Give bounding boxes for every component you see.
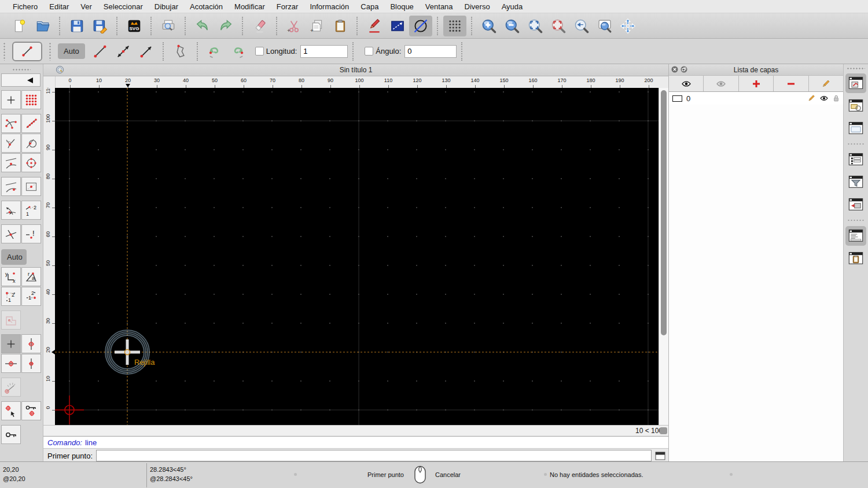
show-all-layers-button[interactable] <box>669 76 704 91</box>
menu-item-editar[interactable]: Editar <box>43 2 75 11</box>
dock-selection-filter-button[interactable] <box>845 172 866 192</box>
line-angle-button[interactable] <box>135 41 158 62</box>
coordinate-polar-button[interactable]: ra <box>21 267 41 286</box>
snap-endpoints-button[interactable] <box>1 114 21 133</box>
coordinate-cartesian-button[interactable]: yx <box>1 267 21 286</box>
vertical-scrollbar[interactable] <box>659 88 668 425</box>
new-document-button[interactable] <box>8 16 31 36</box>
redo-button[interactable] <box>214 16 237 36</box>
menu-item-dibujar[interactable]: Dibujar <box>149 2 184 11</box>
paste-button[interactable] <box>329 16 352 36</box>
layer-lock-icon[interactable] <box>833 94 840 102</box>
menu-item-ventana[interactable]: Ventana <box>420 2 459 11</box>
print-preview-button[interactable] <box>157 16 180 36</box>
menu-item-bloque[interactable]: Bloque <box>384 2 419 11</box>
snap-center-button[interactable] <box>1 134 21 153</box>
angle-input[interactable] <box>404 45 457 58</box>
snap-on-entity-button[interactable] <box>21 114 41 133</box>
document-titlebar[interactable]: Sin título 1 <box>43 64 668 76</box>
toolbar-drag-handle[interactable] <box>12 68 31 71</box>
layer-color-swatch[interactable] <box>672 95 682 102</box>
snap-intersection-button[interactable] <box>1 201 21 220</box>
zoom-previous-button[interactable] <box>547 16 570 36</box>
float-panel-icon[interactable] <box>681 66 687 75</box>
drawing-canvas[interactable]: Rejilla <box>55 88 659 425</box>
polyline-close-button[interactable] <box>169 41 192 62</box>
menu-item-fichero[interactable]: Fichero <box>7 2 43 11</box>
snap-ortho-button[interactable] <box>1 310 21 330</box>
menu-item-seleccionar[interactable]: Seleccionar <box>98 2 149 11</box>
remove-layer-button[interactable] <box>774 76 808 91</box>
set-relative-zero-button[interactable] <box>1 401 21 420</box>
dock-entity-list-button[interactable] <box>845 150 866 169</box>
menu-item-diverso[interactable]: Diverso <box>459 2 496 11</box>
snap-grid-rect-button[interactable] <box>21 177 41 196</box>
relative-point-1-button[interactable]: 12 <box>1 287 21 306</box>
snap-center-circle-button[interactable] <box>21 153 41 172</box>
snap-distance-button[interactable] <box>1 177 21 196</box>
layer-visible-eye-icon[interactable] <box>819 95 829 102</box>
cut-button[interactable]: + <box>282 16 306 36</box>
angle-lock-checkbox[interactable] <box>365 47 373 56</box>
zoom-in-button[interactable] <box>477 16 501 36</box>
snap-intersection-manual-button[interactable]: 12 <box>21 201 41 220</box>
undo-segment-button[interactable] <box>203 41 226 62</box>
selection-window-button[interactable] <box>386 16 409 36</box>
delete-entities-button[interactable] <box>248 16 271 36</box>
grid-toggle-button[interactable] <box>443 16 466 36</box>
redo-segment-button[interactable] <box>226 41 249 62</box>
length-lock-checkbox[interactable] <box>255 47 264 56</box>
line-angle-both-button[interactable] <box>112 41 135 62</box>
relative-point-2-button[interactable]: 12 <box>21 287 41 306</box>
restrict-orthogonal-button[interactable] <box>21 354 41 373</box>
restrict-vertical-button[interactable] <box>21 334 41 353</box>
menu-item-acotacion[interactable]: Acotación <box>184 2 229 11</box>
hide-all-layers-button[interactable] <box>704 76 738 91</box>
open-file-button[interactable] <box>31 16 54 36</box>
auto-mode-button[interactable]: Auto <box>58 43 85 59</box>
close-panel-icon[interactable] <box>671 66 678 75</box>
snap-middle-button[interactable] <box>1 153 21 172</box>
dock-clipboard-button[interactable] <box>845 249 866 268</box>
lock-relative-zero-button[interactable] <box>21 401 41 420</box>
zoom-out-button[interactable] <box>501 16 524 36</box>
dock-block-list-button[interactable] <box>845 96 866 116</box>
restrict-nothing-button[interactable] <box>1 334 21 353</box>
menu-item-informacion[interactable]: Información <box>304 2 355 11</box>
dock-library-browser-button[interactable] <box>845 119 866 138</box>
vertical-scrollbar-thumb[interactable] <box>661 90 667 335</box>
line-two-points-button[interactable] <box>89 41 112 62</box>
layer-edit-pencil-icon[interactable] <box>807 94 815 102</box>
restrict-cross-button[interactable] <box>1 224 21 243</box>
restrict-none-warn-button[interactable]: ! <box>21 224 41 243</box>
zoom-pan-button[interactable] <box>616 16 639 36</box>
command-window-toggle-button[interactable] <box>654 451 666 460</box>
zoom-redraw-button[interactable] <box>570 16 593 36</box>
dock-command-line-button[interactable] <box>845 226 866 246</box>
toolbar-drag-handle[interactable] <box>847 67 865 70</box>
save-as-button[interactable] <box>89 16 112 36</box>
zoom-auto-button[interactable] <box>524 16 547 36</box>
first-point-input[interactable] <box>96 450 652 461</box>
zoom-window-button[interactable] <box>593 16 616 36</box>
relative-zero-key-button[interactable] <box>1 425 21 444</box>
layer-row[interactable]: 0 <box>669 92 843 105</box>
snap-auto-button[interactable]: Auto <box>1 249 27 265</box>
menu-item-capa[interactable]: Capa <box>355 2 384 11</box>
snap-tangent-button[interactable] <box>21 134 41 153</box>
snap-grid-button[interactable] <box>21 90 41 109</box>
angle-gauge-button[interactable] <box>1 378 21 397</box>
back-button[interactable] <box>1 73 41 87</box>
horizontal-scrollbar[interactable]: 10 < 100 <box>43 425 668 436</box>
menu-item-ver[interactable]: Ver <box>75 2 98 11</box>
length-input[interactable] <box>300 45 348 58</box>
dock-layer-list-button[interactable] <box>845 73 866 93</box>
restrict-horizontal-button[interactable] <box>1 354 21 373</box>
dock-block-insert-button[interactable] <box>845 195 866 215</box>
save-button[interactable] <box>65 16 89 36</box>
menu-item-modificar[interactable]: Modificar <box>229 2 271 11</box>
edit-attributes-button[interactable] <box>363 16 386 36</box>
menu-item-ayuda[interactable]: Ayuda <box>496 2 529 11</box>
menu-item-forzar[interactable]: Forzar <box>271 2 304 11</box>
edit-layer-button[interactable] <box>809 76 843 91</box>
